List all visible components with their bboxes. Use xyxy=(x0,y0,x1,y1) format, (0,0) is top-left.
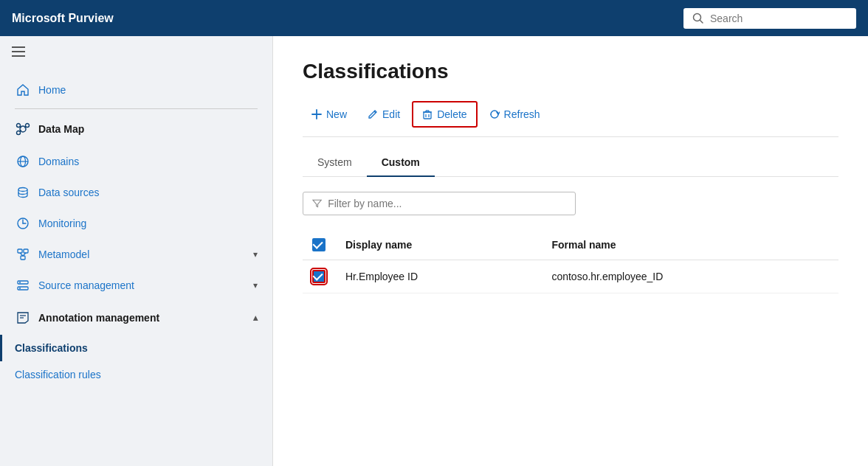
plus-icon xyxy=(311,109,322,119)
row-checkbox-cell xyxy=(303,260,337,293)
sidebar-item-home[interactable]: Home xyxy=(0,74,272,105)
app-title: Microsoft Purview xyxy=(12,12,683,25)
svg-point-3 xyxy=(17,124,21,128)
metamodel-icon xyxy=(15,246,31,262)
refresh-icon xyxy=(489,109,500,119)
toolbar: New Edit Delete xyxy=(303,101,838,137)
new-label: New xyxy=(326,108,347,120)
svg-rect-28 xyxy=(424,112,431,119)
sidebar-item-annotation-management-label: Annotation management xyxy=(38,312,159,324)
sidebar-item-classification-rules[interactable]: Classification rules xyxy=(0,361,272,388)
sidebar-item-metamodel[interactable]: Metamodel ▾ xyxy=(0,239,272,270)
home-icon xyxy=(15,82,31,98)
search-icon xyxy=(692,13,704,24)
topbar: Microsoft Purview xyxy=(0,0,868,36)
data-sources-icon xyxy=(15,184,31,201)
sidebar-item-annotation-management[interactable]: Annotation management ▴ xyxy=(0,301,272,335)
svg-point-12 xyxy=(18,188,27,192)
svg-rect-16 xyxy=(21,256,25,260)
sidebar-item-metamodel-label: Metamodel xyxy=(38,248,89,260)
data-map-icon xyxy=(15,121,31,137)
sidebar-item-data-sources-label: Data sources xyxy=(38,187,99,198)
tabs: System Custom xyxy=(303,149,838,177)
sidebar-item-domains[interactable]: Domains xyxy=(0,146,272,177)
search-box xyxy=(683,8,856,29)
svg-rect-15 xyxy=(24,249,28,253)
delete-button[interactable]: Delete xyxy=(412,101,477,128)
delete-label: Delete xyxy=(437,108,466,120)
filter-icon xyxy=(312,198,322,209)
header-formal-name: Formal name xyxy=(542,230,838,260)
annotation-icon xyxy=(15,310,31,326)
chevron-up-icon: ▴ xyxy=(253,313,258,323)
table-row: Hr.Employee ID contoso.hr.employee_ID xyxy=(303,260,838,293)
svg-point-22 xyxy=(19,288,21,289)
filter-box xyxy=(303,192,576,215)
tab-custom[interactable]: Custom xyxy=(367,149,435,177)
new-button[interactable]: New xyxy=(303,102,356,126)
sidebar-item-classifications[interactable]: Classifications xyxy=(0,335,272,361)
refresh-button[interactable]: Refresh xyxy=(480,102,549,126)
sidebar-item-classification-rules-label: Classification rules xyxy=(15,369,101,380)
sidebar: Home Data Map xyxy=(0,36,273,466)
row-formal-name: contoso.hr.employee_ID xyxy=(542,260,838,293)
edit-button[interactable]: Edit xyxy=(359,102,409,126)
sidebar-item-monitoring[interactable]: Monitoring xyxy=(0,208,272,239)
row-checkbox[interactable] xyxy=(311,269,326,284)
select-all-checkbox[interactable] xyxy=(311,237,326,252)
header-checkbox-col xyxy=(303,230,337,260)
svg-rect-14 xyxy=(18,249,22,253)
sidebar-divider xyxy=(15,108,258,109)
content-area: Classifications New Edit xyxy=(273,36,868,466)
svg-point-4 xyxy=(26,124,30,128)
tab-system[interactable]: System xyxy=(303,149,367,177)
filter-input[interactable] xyxy=(328,198,566,209)
monitoring-icon xyxy=(15,215,31,232)
sidebar-item-source-management-label: Source management xyxy=(38,279,134,291)
row-display-name: Hr.Employee ID xyxy=(337,260,542,293)
classifications-table: Display name Formal name Hr.Employee ID xyxy=(303,230,838,293)
header-display-name: Display name xyxy=(337,230,542,260)
edit-icon xyxy=(368,109,378,119)
page-title: Classifications xyxy=(303,60,838,83)
refresh-label: Refresh xyxy=(504,108,540,120)
edit-label: Edit xyxy=(382,108,400,120)
sidebar-item-data-sources[interactable]: Data sources xyxy=(0,177,272,208)
sidebar-item-source-management[interactable]: Source management ▾ xyxy=(0,270,272,301)
sidebar-item-classifications-label: Classifications xyxy=(15,342,88,354)
sidebar-item-domains-label: Domains xyxy=(38,156,79,167)
sidebar-item-home-label: Home xyxy=(38,84,66,96)
hamburger-menu[interactable] xyxy=(12,46,27,57)
chevron-down-icon-2: ▾ xyxy=(253,280,258,291)
sidebar-item-data-map-label: Data Map xyxy=(38,123,84,135)
main-layout: Home Data Map xyxy=(0,36,868,466)
source-mgmt-icon xyxy=(15,277,31,293)
domains-icon xyxy=(15,153,31,170)
sidebar-nav: Home Data Map xyxy=(0,69,272,394)
sidebar-item-monitoring-label: Monitoring xyxy=(38,218,86,229)
svg-line-1 xyxy=(700,20,703,23)
search-input[interactable] xyxy=(710,13,847,24)
chevron-down-icon: ▾ xyxy=(253,249,258,260)
svg-point-21 xyxy=(19,282,21,283)
sidebar-item-data-map[interactable]: Data Map xyxy=(0,112,272,146)
trash-icon xyxy=(422,109,433,119)
